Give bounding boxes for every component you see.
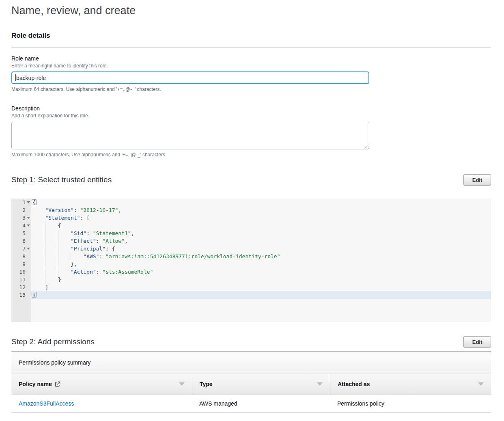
code-line-13[interactable]: 13} bbox=[11, 291, 491, 299]
fold-arrow-icon[interactable] bbox=[27, 248, 30, 250]
fold-arrow-icon[interactable] bbox=[27, 217, 30, 219]
code-line-5[interactable]: 5 "Sid": "Statement1", bbox=[11, 229, 491, 237]
line-number: 4 bbox=[11, 222, 31, 229]
code-line-8[interactable]: 8 "AWS": "arn:aws:iam::541263489771:role… bbox=[11, 253, 491, 260]
code-line-4[interactable]: 4 { bbox=[11, 222, 491, 229]
code-text: "Statement": [ bbox=[31, 214, 491, 222]
filter-icon[interactable] bbox=[179, 382, 185, 386]
policy-name-link[interactable]: AmazonS3FullAccess bbox=[19, 400, 74, 407]
cell-policy-name: AmazonS3FullAccess bbox=[11, 395, 192, 412]
indent-guide bbox=[45, 253, 45, 260]
role-name-label: Role name bbox=[11, 55, 491, 62]
permissions-table-row: AmazonS3FullAccess AWS managed Permissio… bbox=[11, 395, 491, 412]
line-number: 10 bbox=[11, 268, 31, 276]
line-number: 1 bbox=[11, 199, 31, 206]
code-text: }, bbox=[31, 260, 491, 268]
permissions-panel-title: Permissions policy summary bbox=[19, 359, 90, 366]
external-link-icon bbox=[55, 381, 60, 387]
indent-guide bbox=[45, 276, 45, 283]
indent-guide bbox=[58, 245, 58, 253]
indent-guide bbox=[58, 237, 58, 245]
description-constraint: Maximum 1000 characters. Use alphanumeri… bbox=[11, 152, 491, 158]
line-number: 2 bbox=[11, 206, 31, 214]
filter-icon[interactable] bbox=[317, 382, 323, 386]
permissions-panel: Permissions policy summary Policy name T… bbox=[11, 351, 491, 412]
code-line-6[interactable]: 6 "Effect": "Allow", bbox=[11, 237, 491, 245]
code-line-11[interactable]: 11 } bbox=[11, 276, 491, 283]
code-text: { bbox=[31, 199, 491, 206]
page-title: Name, review, and create bbox=[11, 4, 491, 17]
code-text: ] bbox=[31, 283, 491, 291]
cell-type: AWS managed bbox=[192, 395, 330, 412]
code-text: "Sid": "Statement1", bbox=[31, 229, 491, 237]
code-line-3[interactable]: 3 "Statement": [ bbox=[11, 214, 491, 222]
role-name-field: Role name Enter a meaningful name to ide… bbox=[11, 55, 491, 92]
code-text: "Effect": "Allow", bbox=[31, 237, 491, 245]
code-line-2[interactable]: 2 "Version": "2012-10-17", bbox=[11, 206, 491, 214]
indent-guide bbox=[45, 268, 45, 276]
line-number: 12 bbox=[11, 283, 31, 291]
permissions-table-header: Policy name Type Attached as bbox=[11, 374, 491, 395]
role-name-input[interactable] bbox=[11, 71, 369, 84]
line-number: 11 bbox=[11, 276, 31, 283]
code-text: "Principal": { bbox=[31, 245, 491, 253]
description-field: Description Add a short explanation for … bbox=[11, 105, 491, 158]
line-number: 6 bbox=[11, 237, 31, 245]
code-line-10[interactable]: 10 "Action": "sts:AssumeRole" bbox=[11, 268, 491, 276]
code-text: } bbox=[31, 291, 491, 299]
cell-attached-as: Permissions policy bbox=[330, 395, 491, 412]
role-name-constraint: Maximum 64 characters. Use alphanumeric … bbox=[11, 86, 491, 92]
role-name-hint: Enter a meaningful name to identify this… bbox=[11, 63, 491, 69]
column-header-type[interactable]: Type bbox=[192, 374, 330, 395]
indent-guide bbox=[45, 237, 45, 245]
code-line-7[interactable]: 7 "Principal": { bbox=[11, 245, 491, 253]
permissions-panel-header: Permissions policy summary bbox=[11, 352, 491, 374]
code-text: "Version": "2012-10-17", bbox=[31, 206, 491, 214]
code-line-1[interactable]: 1{ bbox=[11, 199, 491, 206]
line-number: 7 bbox=[11, 245, 31, 253]
description-label: Description bbox=[11, 105, 491, 112]
code-line-12[interactable]: 12 ] bbox=[11, 283, 491, 291]
line-number: 9 bbox=[11, 260, 31, 268]
indent-guide bbox=[71, 253, 71, 260]
indent-guide bbox=[45, 229, 45, 237]
step1-header-row: Step 1: Select trusted entities Edit bbox=[11, 174, 491, 186]
role-details-divider bbox=[11, 47, 491, 48]
code-text: "Action": "sts:AssumeRole" bbox=[31, 268, 491, 276]
code-text: } bbox=[31, 276, 491, 283]
indent-guide bbox=[45, 260, 45, 268]
step2-heading: Step 2: Add permissions bbox=[11, 336, 95, 346]
role-details-heading: Role details bbox=[11, 32, 491, 40]
text-caret bbox=[15, 74, 16, 81]
column-header-policy-name[interactable]: Policy name bbox=[11, 374, 192, 395]
description-textarea[interactable] bbox=[11, 122, 369, 149]
indent-guide bbox=[58, 268, 58, 276]
step1-heading: Step 1: Select trusted entities bbox=[11, 174, 112, 184]
code-text: { bbox=[31, 222, 491, 229]
line-number: 8 bbox=[11, 253, 31, 260]
filter-icon[interactable] bbox=[478, 382, 484, 386]
indent-guide bbox=[58, 260, 58, 268]
step2-edit-button[interactable]: Edit bbox=[463, 336, 491, 348]
trust-policy-json-editor[interactable]: 1{2 "Version": "2012-10-17",3 "Statement… bbox=[11, 199, 491, 322]
line-number: 3 bbox=[11, 214, 31, 222]
step2-header-row: Step 2: Add permissions Edit bbox=[11, 336, 491, 348]
indent-guide bbox=[58, 253, 58, 260]
step1-edit-button[interactable]: Edit bbox=[463, 174, 491, 186]
column-header-attached-as[interactable]: Attached as bbox=[330, 374, 491, 395]
name-review-create-page: Name, review, and create Role details Ro… bbox=[0, 0, 504, 421]
description-hint: Add a short explanation for this role. bbox=[11, 113, 491, 119]
code-text: "AWS": "arn:aws:iam::541263489771:role/w… bbox=[31, 253, 491, 260]
indent-guide bbox=[45, 222, 45, 229]
code-line-9[interactable]: 9 }, bbox=[11, 260, 491, 268]
line-number: 13 bbox=[11, 291, 31, 299]
fold-arrow-icon[interactable] bbox=[27, 201, 30, 203]
indent-guide bbox=[45, 245, 45, 253]
line-number: 5 bbox=[11, 229, 31, 237]
indent-guide bbox=[58, 229, 58, 237]
fold-arrow-icon[interactable] bbox=[27, 225, 30, 227]
